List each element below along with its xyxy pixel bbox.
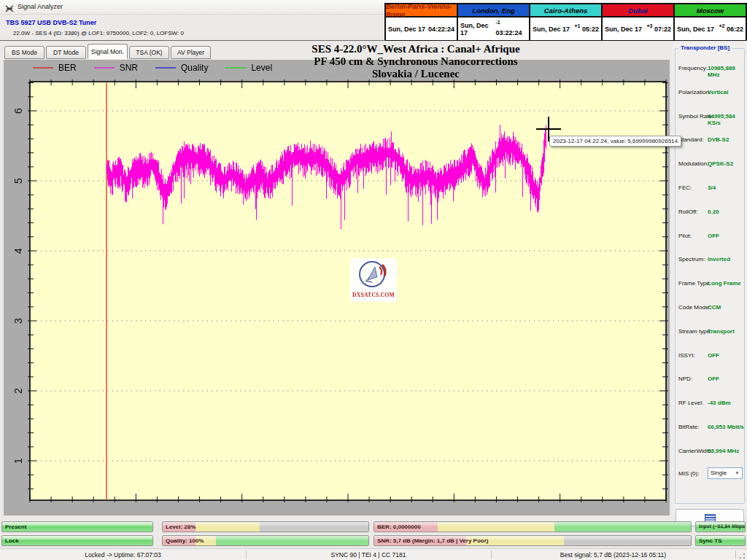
transponder-groupbox-title: Transponder [BS] (678, 44, 732, 51)
quality-meter: Quality: 100% (162, 535, 369, 546)
tp-row-npd: NPD:OFF (676, 368, 744, 392)
tp-row-frame-type: Frame Type:Long Frame (676, 273, 744, 297)
mode-tabbar: BS Mode DT Mode Signal Mon. TSA (OK) AV … (4, 44, 212, 59)
signal-analyzer-window: Signal Analyzer TBS 5927 USB DVB-S2 Tune… (0, 0, 747, 560)
tp-row-code-mode: Code Mode:CCM (676, 297, 744, 321)
transponder-groupbox: Transponder [BS] Frequency:10985,889 MHz… (675, 48, 745, 504)
sync-ts-badge: Sync TS (695, 535, 746, 546)
level-line-swatch (225, 67, 246, 69)
status-divider (491, 551, 492, 559)
input-rate-badge: Input (~63,84 Mbps) (695, 521, 746, 532)
level-meter: Level: 28% (162, 521, 369, 532)
clock-time-berlin: Sun, Dec 17 04:22:24 (385, 17, 457, 41)
window-title: Signal Analyzer (18, 3, 63, 10)
value-tooltip: 2023-12-17 04.22.24, value: 5,6999998092… (549, 136, 681, 147)
satellite-dish-icon (357, 258, 390, 290)
tp-row-rf-level: RF Level:-43 dBm (676, 392, 744, 416)
tab-dt-mode[interactable]: DT Mode (46, 46, 86, 59)
clock-city-moscow: Moscow (674, 4, 746, 17)
tp-row-frequency: Frequency:10985,889 MHz (676, 58, 744, 82)
ber-meter: BER: 0,0000000 (374, 521, 692, 532)
chevron-down-icon: ▼ (735, 470, 740, 475)
chart-legend: BER SNR Quality Level (33, 63, 272, 73)
tuner-details: 22.0W - SES 4 (ID: 3380) @ LOF1: 9750000… (13, 30, 184, 36)
tp-row-symbol-rate: Symbol Rate:44995,584 KS/s (676, 106, 744, 130)
quality-line-swatch (155, 67, 176, 69)
tp-row-carrierwidth: CarrierWidth:53,994 MHz (676, 440, 744, 464)
ber-line-swatch (33, 67, 53, 69)
clock-time-dubai: Sun, Dec 17+3 07:22 (602, 17, 674, 41)
tp-row-polarization: Polarization:Vertical (676, 82, 744, 106)
signal-meters: Present Lock Level: 28% Quality: 100% BE… (0, 518, 747, 548)
status-best-signal: Best signal: 5,7 dB (2023-12-16 05:11) (491, 551, 735, 559)
y-axis-label: 1 (12, 454, 27, 468)
tp-row-standard: Standard:DVB-S2 (676, 129, 744, 153)
clock-city-dubai: Dubai (602, 4, 674, 17)
dxsatcs-watermark: DXSATCS.COM (350, 258, 397, 302)
tp-row-rolloff: RollOff:0.20 (676, 201, 744, 225)
resize-grip[interactable] (739, 553, 746, 559)
tp-row-pilot: Pilot:OFF (676, 225, 744, 249)
y-axis-label: 3 (12, 314, 27, 328)
clock-time-cairo: Sun, Dec 17+1 05:22 (530, 17, 602, 41)
status-divider (246, 551, 247, 559)
legend-ber: BER (33, 63, 77, 73)
tp-row-fec: FEC:3/4 (676, 177, 744, 201)
y-axis-label: 2 (12, 384, 27, 398)
status-bar: Locked -> Uptime: 67:07:03 SYNC 90 | TEI… (0, 548, 747, 560)
tp-row-issyi: ISSYI:OFF (676, 345, 744, 369)
tp-row-modulation: Modulation:QPSK-S2 (676, 153, 744, 177)
tp-row-stream-type: Stream type:Transport (676, 321, 744, 345)
cursor-crosshair-horizontal (536, 128, 561, 130)
tuner-name: TBS 5927 USB DVB-S2 Tuner (6, 19, 96, 26)
tp-row-spectrum: Spectrum:Inverted (676, 249, 744, 273)
clock-time-moscow: Sun, Dec 17+2 06:22 (674, 17, 746, 41)
chart-title-line1: SES 4-22.0°W_West Africa : Canal+ Afriqu… (182, 43, 649, 55)
clock-city-berlin: Berlin-Paris-Vienna-Roma (385, 4, 457, 17)
tab-bs-mode[interactable]: BS Mode (4, 46, 44, 59)
present-indicator: Present (1, 521, 153, 532)
status-sync: SYNC 90 | TEI 4 | CC 7181 (246, 551, 491, 559)
clock-city-london: London, Eng (457, 4, 530, 17)
snr-line-swatch (94, 67, 115, 69)
status-uptime: Locked -> Uptime: 67:07:03 (0, 551, 246, 559)
app-logo-icon (5, 3, 14, 12)
legend-level: Level (225, 63, 272, 73)
legend-quality: Quality (155, 63, 208, 73)
clock-city-cairo: Cairo-Athens (530, 4, 602, 17)
mis-dropdown[interactable]: Single▼ (708, 467, 743, 479)
y-axis-label: 6 (12, 104, 27, 118)
status-divider (735, 551, 736, 559)
world-clocks: Berlin-Paris-Vienna-Roma London, Eng Cai… (384, 3, 747, 40)
transponder-sidebar: Transponder [BS] Frequency:10985,889 MHz… (673, 42, 747, 516)
snr-meter: SNR: 5,7 dB (Margin: 1,7 dB | Very Poor) (374, 535, 692, 546)
tp-row-mis: MIS (0): Single▼ (676, 464, 744, 489)
y-axis-label: 4 (12, 244, 27, 258)
clock-time-london: Sun, Dec 17-1 03:22:24 (457, 17, 530, 41)
lock-indicator: Lock (1, 535, 153, 546)
watermark-text: DXSATCS.COM (350, 292, 397, 298)
legend-snr: SNR (94, 63, 138, 73)
tab-signal-mon[interactable]: Signal Mon. (88, 44, 128, 59)
transponder-rows: Frequency:10985,889 MHz Polarization:Ver… (676, 58, 744, 489)
tab-tsa[interactable]: TSA (OK) (129, 46, 169, 59)
y-axis-label: 5 (12, 174, 27, 188)
tp-row-bitrate: BitRate:66,953 Mbit/s (676, 416, 744, 440)
